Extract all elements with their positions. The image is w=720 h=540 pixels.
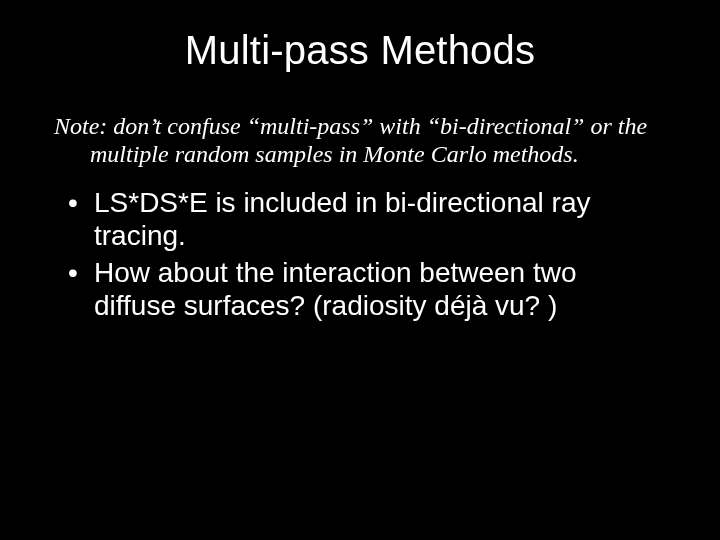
slide-note: Note: don’t confuse “multi-pass” with “b… [54,113,666,168]
list-item: LS*DS*E is included in bi-directional ra… [82,186,666,252]
slide: Multi-pass Methods Note: don’t confuse “… [0,0,720,540]
slide-title: Multi-pass Methods [54,28,666,73]
note-line-2: multiple random samples in Monte Carlo m… [54,141,666,169]
bullet-list: LS*DS*E is included in bi-directional ra… [54,186,666,322]
note-line-1: Note: don’t confuse “multi-pass” with “b… [54,113,647,139]
list-item: How about the interaction between two di… [82,256,666,322]
